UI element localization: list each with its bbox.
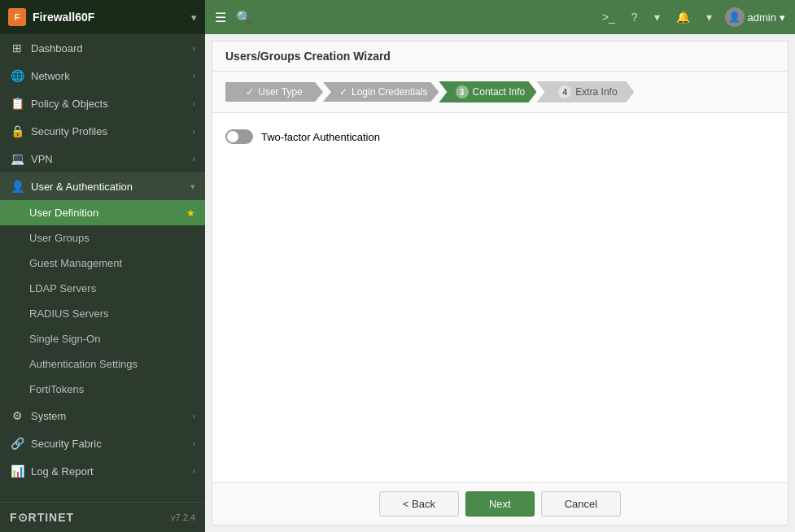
sidebar-item-label: VPN xyxy=(31,153,186,165)
chevron-right-icon: › xyxy=(192,411,195,421)
system-icon: ⚙ xyxy=(10,409,24,422)
two-factor-toggle[interactable] xyxy=(225,129,253,144)
sidebar-item-security-fabric[interactable]: 🔗 Security Fabric › xyxy=(0,430,205,457)
admin-avatar: 👤 xyxy=(725,7,745,27)
vpn-icon: 💻 xyxy=(10,152,24,165)
bell-icon[interactable]: 🔔 xyxy=(673,11,693,24)
sidebar-item-dashboard[interactable]: ⊞ Dashboard › xyxy=(0,34,205,62)
admin-area[interactable]: 👤 admin ▾ xyxy=(725,7,785,27)
sidebar-item-system[interactable]: ⚙ System › xyxy=(0,402,205,430)
cancel-button[interactable]: Cancel xyxy=(541,491,621,517)
sidebar-item-label: Network xyxy=(31,70,186,82)
dashboard-icon: ⊞ xyxy=(10,41,24,55)
sidebar-item-label: Dashboard xyxy=(31,42,186,55)
brand-area[interactable]: F Firewall60F xyxy=(8,8,94,26)
menu-icon[interactable]: ☰ xyxy=(215,10,226,25)
sidebar-item-user-auth[interactable]: 👤 User & Authentication ▾ xyxy=(0,172,205,200)
subitem-label: FortiTokens xyxy=(29,383,84,395)
chevron-right-icon: › xyxy=(192,126,195,136)
sidebar-subitem-fortitokens[interactable]: FortiTokens xyxy=(0,377,205,402)
wizard-step-contact-info[interactable]: 3 Contact Info xyxy=(439,81,536,102)
sidebar-header: F Firewall60F ▾ xyxy=(0,0,205,34)
sidebar-item-vpn[interactable]: 💻 VPN › xyxy=(0,145,205,172)
fortinet-logo: F⊙RTINET xyxy=(10,511,74,524)
admin-label: admin xyxy=(748,11,776,24)
wizard-step-label: Contact Info xyxy=(473,86,526,98)
policy-icon: 📋 xyxy=(10,97,24,110)
sidebar-collapse-icon[interactable]: ▾ xyxy=(191,11,197,24)
sidebar-item-network[interactable]: 🌐 Network › xyxy=(0,62,205,89)
two-factor-row: Two-factor Authentication xyxy=(225,129,775,144)
network-icon: 🌐 xyxy=(10,69,24,82)
sidebar-item-label: Policy & Objects xyxy=(31,98,186,110)
search-icon[interactable]: 🔍 xyxy=(236,10,252,25)
chevron-right-icon: › xyxy=(192,71,195,81)
user-auth-icon: 👤 xyxy=(10,180,24,193)
wizard-steps: ✓ User Type ✓ Login Credentials 3 Contac… xyxy=(212,72,788,113)
wizard-step-user-type[interactable]: ✓ User Type xyxy=(225,82,323,102)
sidebar-footer: F⊙RTINET v7.2.4 xyxy=(0,502,205,532)
terminal-icon[interactable]: >_ xyxy=(599,11,618,24)
subitem-label: Authentication Settings xyxy=(29,358,138,370)
wizard-step-login-credentials[interactable]: ✓ Login Credentials xyxy=(323,82,439,102)
sidebar-item-policy[interactable]: 📋 Policy & Objects › xyxy=(0,89,205,117)
sidebar-subitem-user-definition[interactable]: User Definition ★ xyxy=(0,200,205,225)
wizard-step-label: Extra Info xyxy=(575,86,617,98)
step-check-icon: ✓ xyxy=(339,86,347,98)
sidebar-item-log-report[interactable]: 📊 Log & Report › xyxy=(0,457,205,485)
help-icon[interactable]: ? xyxy=(628,11,641,24)
brand-icon: F xyxy=(8,8,26,26)
step-number: 3 xyxy=(456,85,469,98)
bell-chevron-icon[interactable]: ▾ xyxy=(703,11,715,24)
subitem-label: User Definition xyxy=(29,207,98,219)
chevron-right-icon: › xyxy=(192,466,195,476)
chevron-down-icon: ▾ xyxy=(190,181,195,192)
step-check-icon: ✓ xyxy=(246,86,254,98)
security-icon: 🔒 xyxy=(10,124,24,137)
sidebar: F Firewall60F ▾ ⊞ Dashboard › 🌐 Network … xyxy=(0,0,205,532)
chevron-right-icon: › xyxy=(192,154,195,164)
admin-chevron-icon: ▾ xyxy=(780,11,785,24)
sidebar-subitem-guest-management[interactable]: Guest Management xyxy=(0,251,205,276)
sidebar-subitem-sso[interactable]: Single Sign-On xyxy=(0,326,205,351)
wizard-step-extra-info[interactable]: 4 Extra Info xyxy=(536,81,634,102)
sidebar-item-label: Log & Report xyxy=(31,465,186,477)
topbar: ☰ 🔍 >_ ? ▾ 🔔 ▾ 👤 admin ▾ xyxy=(205,0,795,34)
step-number: 4 xyxy=(558,85,571,98)
main-area: ☰ 🔍 >_ ? ▾ 🔔 ▾ 👤 admin ▾ Users/Groups Cr… xyxy=(205,0,795,532)
sidebar-subitem-user-groups[interactable]: User Groups xyxy=(0,225,205,251)
two-factor-label: Two-factor Authentication xyxy=(261,131,380,143)
sidebar-item-label: Security Fabric xyxy=(31,438,186,450)
chevron-right-icon: › xyxy=(192,438,195,448)
page-title: Users/Groups Creation Wizard xyxy=(212,41,788,72)
subitem-label: Guest Management xyxy=(29,257,122,269)
content-area: Users/Groups Creation Wizard ✓ User Type… xyxy=(212,41,788,525)
star-icon: ★ xyxy=(186,207,195,219)
subitem-label: RADIUS Servers xyxy=(29,307,109,320)
chevron-right-icon: › xyxy=(192,98,195,108)
sidebar-subitem-radius[interactable]: RADIUS Servers xyxy=(0,301,205,326)
sidebar-subitem-ldap[interactable]: LDAP Servers xyxy=(0,276,205,301)
help-chevron-icon[interactable]: ▾ xyxy=(651,11,663,24)
fabric-icon: 🔗 xyxy=(10,437,24,450)
subitem-label: Single Sign-On xyxy=(29,333,100,345)
sidebar-item-label: Security Profiles xyxy=(31,125,186,137)
brand-title: Firewall60F xyxy=(33,11,94,24)
sidebar-subitem-auth-settings[interactable]: Authentication Settings xyxy=(0,351,205,377)
chevron-right-icon: › xyxy=(192,43,195,53)
back-button[interactable]: < Back xyxy=(379,491,459,517)
version-label: v7.2.4 xyxy=(171,512,195,522)
subitem-label: LDAP Servers xyxy=(29,282,96,294)
form-area: Two-factor Authentication xyxy=(212,113,788,482)
subitem-label: User Groups xyxy=(29,232,90,244)
sidebar-item-label: User & Authentication xyxy=(31,181,184,193)
sidebar-item-security-profiles[interactable]: 🔒 Security Profiles › xyxy=(0,117,205,145)
sidebar-item-label: System xyxy=(31,410,186,422)
wizard-step-label: Login Credentials xyxy=(352,86,427,98)
footer-buttons: < Back Next Cancel xyxy=(212,482,788,525)
next-button[interactable]: Next xyxy=(465,491,535,517)
wizard-step-label: User Type xyxy=(258,86,302,98)
log-icon: 📊 xyxy=(10,464,24,477)
